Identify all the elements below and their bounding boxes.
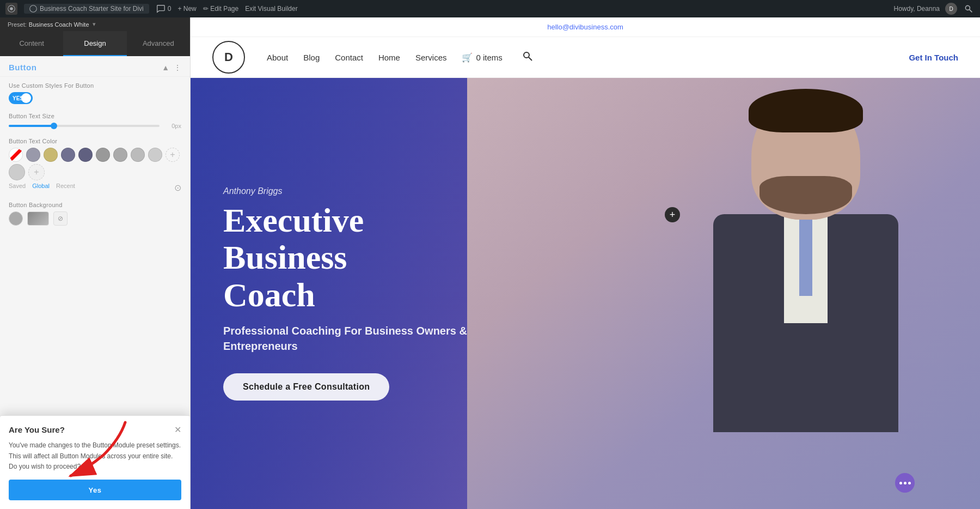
comment-bubble[interactable]: 0 xyxy=(156,4,171,14)
hero-dots-button[interactable] xyxy=(895,473,915,493)
color-swatch-4[interactable] xyxy=(78,148,93,162)
site-nav-links: About Blog Contact Home Services 🛒 0 ite… xyxy=(267,51,909,64)
dialog-close-button[interactable]: ✕ xyxy=(174,425,181,435)
svg-point-1 xyxy=(10,7,13,10)
color-swatch-5[interactable] xyxy=(96,148,110,162)
preset-option-saved[interactable]: Saved xyxy=(9,183,26,193)
slider-fill xyxy=(9,125,54,127)
wp-logo-icon[interactable] xyxy=(5,3,17,15)
user-avatar[interactable]: D xyxy=(945,3,957,15)
person-head xyxy=(751,94,860,220)
bg-swatch-gradient[interactable] xyxy=(27,211,49,226)
collapse-icon[interactable]: ▲ xyxy=(162,63,169,72)
hero-person xyxy=(467,78,981,509)
nav-link-about[interactable]: About xyxy=(267,53,288,62)
svg-point-7 xyxy=(524,52,529,58)
color-swatch-6[interactable] xyxy=(113,148,127,162)
panel-tabs: Content Design Advanced xyxy=(0,31,190,56)
dot-1 xyxy=(899,482,902,484)
color-swatch-add[interactable]: + xyxy=(166,148,180,162)
wp-admin-bar: hello@divibusiness.com Business Coach St… xyxy=(0,0,980,17)
button-text-size-field: Button Text Size 0px xyxy=(9,113,181,129)
dot-3 xyxy=(908,482,911,484)
comment-count: 0 xyxy=(168,5,171,13)
confirm-dialog: Are You Sure? ✕ You've made changes to t… xyxy=(0,415,190,509)
site-nav: D About Blog Contact Home Services 🛒 0 i… xyxy=(191,37,980,78)
dot-2 xyxy=(904,482,906,484)
admin-right: Howdy, Deanna D xyxy=(894,3,975,15)
custom-styles-toggle[interactable]: YES xyxy=(9,92,33,104)
preset-option-recent[interactable]: Recent xyxy=(56,183,75,193)
button-text-size-slider-row: 0px xyxy=(9,123,181,129)
slider-thumb[interactable] xyxy=(51,123,57,129)
color-help-icon[interactable]: ⊙ xyxy=(174,183,181,193)
admin-search-icon[interactable] xyxy=(963,3,975,15)
dialog-body: You've made changes to the Button Module… xyxy=(9,440,181,472)
section-title: Button xyxy=(9,63,36,72)
tab-content[interactable]: Content xyxy=(0,31,63,56)
site-name[interactable]: hello@divibusiness.com Business Coach St… xyxy=(24,4,149,14)
button-background-field: Button Background ⊘ xyxy=(9,202,181,226)
site-logo[interactable]: D xyxy=(212,41,245,74)
hero-title: Executive Business Coach xyxy=(223,202,485,313)
tab-advanced[interactable]: Advanced xyxy=(127,31,190,56)
person-body xyxy=(713,214,898,432)
hero-content: Anthony Briggs Executive Business Coach … xyxy=(191,165,517,422)
color-swatch-transparent[interactable] xyxy=(9,148,23,162)
left-panel: Preset: Business Coach White ▾ Content D… xyxy=(0,17,191,509)
preset-name[interactable]: Business Coach White xyxy=(29,21,89,28)
nav-search-icon[interactable] xyxy=(522,51,533,64)
person-beard xyxy=(759,176,852,214)
svg-line-8 xyxy=(529,57,532,60)
nav-link-home[interactable]: Home xyxy=(378,53,400,62)
nav-link-blog[interactable]: Blog xyxy=(303,53,320,62)
right-panel: hello@divibusiness.com D About Blog Cont… xyxy=(191,17,980,509)
dialog-yes-button[interactable]: Yes xyxy=(9,480,181,500)
color-swatch-9[interactable] xyxy=(9,164,25,180)
more-options-icon[interactable]: ⋮ xyxy=(174,63,181,72)
color-swatch-add-2[interactable]: + xyxy=(28,164,45,180)
site-email-link[interactable]: hello@divibusiness.com xyxy=(547,23,623,31)
color-swatch-7[interactable] xyxy=(131,148,145,162)
person-face xyxy=(751,122,860,220)
preset-dropdown-icon[interactable]: ▾ xyxy=(93,21,96,28)
exit-visual-builder-button[interactable]: Exit Visual Builder xyxy=(245,5,298,13)
person-tie xyxy=(799,220,812,296)
color-swatch-8[interactable] xyxy=(148,148,162,162)
new-button[interactable]: + New xyxy=(177,5,196,13)
color-swatches-row-2: + xyxy=(9,164,181,180)
person-hair xyxy=(749,89,863,132)
hero-tagline: Professional Coaching For Business Owner… xyxy=(223,323,485,354)
svg-line-5 xyxy=(11,150,21,160)
panel-title-bar: Button ▲ ⋮ xyxy=(0,56,190,76)
dialog-title: Are You Sure? xyxy=(9,425,65,434)
nav-cta-button[interactable]: Get In Touch xyxy=(909,53,958,62)
bg-swatch-row: ⊘ xyxy=(9,211,181,226)
svg-point-3 xyxy=(965,5,970,10)
bg-swatch-transparent[interactable]: ⊘ xyxy=(53,211,68,226)
dialog-header: Are You Sure? ✕ xyxy=(9,425,181,435)
hero-subtitle: Anthony Briggs xyxy=(223,186,485,196)
nav-cart[interactable]: 🛒 0 items xyxy=(462,52,502,63)
site-email-bar: hello@divibusiness.com xyxy=(191,17,980,37)
person-shape xyxy=(675,78,936,509)
svg-point-2 xyxy=(30,5,37,13)
cart-count: 0 items xyxy=(476,53,502,62)
button-text-color-label: Button Text Color xyxy=(9,138,181,144)
preset-options-row: Saved Global Recent ⊙ xyxy=(9,183,181,193)
color-swatch-3[interactable] xyxy=(61,148,75,162)
nav-link-services[interactable]: Services xyxy=(415,53,447,62)
toggle-label-text: YES xyxy=(13,95,23,101)
preset-option-global[interactable]: Global xyxy=(32,183,50,193)
nav-link-contact[interactable]: Contact xyxy=(335,53,363,62)
hero-cta-button[interactable]: Schedule a Free Consultation xyxy=(223,373,389,401)
edit-page-button[interactable]: ✏ Edit Page xyxy=(203,5,238,13)
bg-swatch-circle[interactable] xyxy=(9,211,23,226)
color-swatch-1[interactable] xyxy=(26,148,40,162)
tab-design[interactable]: Design xyxy=(63,31,126,56)
slider-track[interactable] xyxy=(9,125,160,127)
custom-styles-label: Use Custom Styles For Button xyxy=(9,82,181,89)
cart-icon: 🛒 xyxy=(462,52,473,63)
color-swatch-2[interactable] xyxy=(44,148,58,162)
button-text-size-label: Button Text Size xyxy=(9,113,181,119)
